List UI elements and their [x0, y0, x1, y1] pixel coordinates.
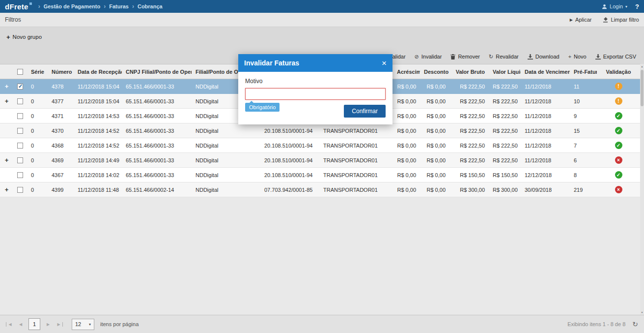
- cell: R$ 222,50: [489, 153, 521, 168]
- cell: R$ 222,50: [449, 153, 489, 168]
- cell: 4369: [48, 153, 74, 168]
- close-icon[interactable]: ×: [382, 59, 387, 67]
- row-checkbox[interactable]: [17, 128, 23, 134]
- column-header-s-rie[interactable]: Série: [27, 64, 48, 79]
- table-row[interactable]: +0439911/12/2018 11:4865.151.466/0002-14…: [0, 182, 640, 197]
- cell: NDDigital: [192, 123, 260, 138]
- last-page-button[interactable]: ▶: [56, 322, 63, 327]
- scroll-up-icon[interactable]: ▲: [640, 64, 644, 69]
- column-header-valor-l-quido[interactable]: Valor Líquido: [489, 64, 521, 79]
- scrollbar-thumb[interactable]: [641, 70, 644, 106]
- column-header-cnpj-filial-ponto-de-opera-o[interactable]: CNPJ Filial/Ponto de Operação: [122, 64, 192, 79]
- chevron-down-icon: ▾: [89, 322, 91, 327]
- cell: 0: [27, 94, 48, 109]
- pagination-bar: ◀ ◀ 1 ▶ ▶ 12 ▾ itens por página Exibindo…: [0, 315, 644, 333]
- scroll-down-icon[interactable]: ▼: [640, 310, 644, 315]
- column-header-pr-fatura[interactable]: Pré-Fatura: [570, 64, 597, 79]
- row-checkbox[interactable]: [17, 157, 23, 163]
- login-menu[interactable]: Login ▾: [602, 3, 627, 9]
- column-header-data-de-vencimento[interactable]: Data de Vencimento: [521, 64, 570, 79]
- validation-warning-icon: !: [615, 83, 622, 90]
- first-page-button[interactable]: ◀: [6, 322, 13, 327]
- breadcrumb-item[interactable]: Cobrança: [138, 3, 163, 9]
- apply-filter-button[interactable]: ▶ Aplicar: [570, 17, 592, 23]
- confirm-button[interactable]: Confirmar: [344, 105, 386, 118]
- cell: R$ 0,00: [420, 153, 449, 168]
- cell: 11/12/2018: [521, 153, 570, 168]
- breadcrumb-item[interactable]: Faturas: [109, 3, 129, 9]
- cell: 10: [570, 94, 597, 109]
- row-checkbox[interactable]: [17, 84, 23, 90]
- modal-title: Invalidar Faturas: [244, 59, 299, 67]
- cell: 0: [27, 79, 48, 94]
- row-checkbox[interactable]: [17, 113, 23, 119]
- remover-button[interactable]: Remover: [450, 54, 480, 60]
- vertical-scrollbar[interactable]: ▲ ▼: [640, 64, 644, 315]
- validation-invalid-icon: ×: [615, 186, 622, 193]
- revalidar-button[interactable]: ↻Revalidar: [489, 54, 519, 60]
- expand-cell: [0, 123, 13, 138]
- select-all-checkbox[interactable]: [17, 69, 23, 75]
- refresh-icon[interactable]: ↻: [632, 320, 638, 328]
- table-row[interactable]: 0437011/12/2018 14:5265.151.466/0001-33N…: [0, 123, 640, 138]
- novo-button[interactable]: +Novo: [568, 54, 587, 60]
- page-size-select[interactable]: 12 ▾: [72, 319, 94, 330]
- cell: R$ 222,50: [449, 79, 489, 94]
- revalidate-icon: ↻: [489, 54, 493, 60]
- exportar-csv-button[interactable]: Exportar CSV: [595, 54, 636, 60]
- modal-body: Motivo Obrigatório Confirmar: [238, 72, 392, 124]
- cell: NDDigital: [192, 182, 260, 197]
- column-header-n-mero[interactable]: Número: [48, 64, 74, 79]
- cell: 8: [570, 168, 597, 182]
- previous-page-button[interactable]: ◀: [17, 322, 25, 327]
- column-header-desconto[interactable]: Desconto: [420, 64, 449, 79]
- filters-panel: Filtros ▶ Aplicar Limpar filtro: [0, 13, 644, 27]
- cell: R$ 222,50: [449, 138, 489, 153]
- column-header-valida-o[interactable]: Validação: [597, 64, 640, 79]
- motivo-input[interactable]: [245, 88, 386, 100]
- clear-filter-button[interactable]: Limpar filtro: [603, 17, 639, 23]
- modal-actions: Obrigatório Confirmar: [245, 100, 386, 118]
- cell: 11/12/2018 14:02: [74, 168, 122, 182]
- cell: 11/12/2018 14:49: [74, 153, 122, 168]
- app-logo[interactable]: dFrete: [5, 2, 28, 11]
- cell: 11/12/2018 11:48: [74, 182, 122, 197]
- invalidar-button[interactable]: ⊘Invalidar: [415, 54, 442, 60]
- expand-row-button[interactable]: +: [0, 94, 13, 109]
- table-row[interactable]: 0436711/12/2018 14:0265.151.466/0001-33N…: [0, 168, 640, 182]
- expand-row-button[interactable]: +: [0, 153, 13, 168]
- cell: 65.151.466/0001-33: [122, 79, 192, 94]
- cell: 11/12/2018: [521, 138, 570, 153]
- cell: 20.108.510/0001-94: [260, 138, 319, 153]
- remove-icon: [450, 54, 455, 60]
- cell: R$ 0,00: [420, 123, 449, 138]
- download-button[interactable]: Download: [528, 54, 560, 60]
- expand-row-button[interactable]: +: [0, 182, 13, 197]
- download-icon: [528, 54, 533, 60]
- help-icon[interactable]: ?: [635, 3, 639, 10]
- table-row[interactable]: 0436811/12/2018 14:5265.151.466/0001-33N…: [0, 138, 640, 153]
- new-group-button[interactable]: + Novo grupo: [6, 33, 42, 41]
- row-checkbox[interactable]: [17, 143, 23, 149]
- expand-row-button[interactable]: +: [0, 79, 13, 94]
- row-checkbox[interactable]: [17, 172, 23, 178]
- column-header-acr-scimo[interactable]: Acréscimo: [393, 64, 420, 79]
- validation-valid-icon: ✓: [615, 112, 622, 120]
- cell: NDDigital: [192, 138, 260, 153]
- column-header-data-de-recep-o[interactable]: Data de Recepção ↓: [74, 64, 122, 79]
- column-header-valor-bruto[interactable]: Valor Bruto: [449, 64, 489, 79]
- current-page-button[interactable]: 1: [28, 318, 40, 330]
- cell: 11/12/2018 15:04: [74, 79, 122, 94]
- cell: NDDigital: [192, 153, 260, 168]
- table-row[interactable]: +0436911/12/2018 14:4965.151.466/0001-33…: [0, 153, 640, 168]
- next-page-button[interactable]: ▶: [44, 322, 52, 327]
- cell: R$ 222,50: [449, 94, 489, 109]
- breadcrumb-item[interactable]: Gestão de Pagamento: [44, 3, 101, 9]
- cell: 65.151.466/0001-33: [122, 153, 192, 168]
- row-checkbox[interactable]: [17, 98, 23, 104]
- cell: R$ 0,00: [393, 168, 420, 182]
- row-checkbox[interactable]: [17, 187, 23, 193]
- cell: 4367: [48, 168, 74, 182]
- cell: 4368: [48, 138, 74, 153]
- cell: 0: [27, 168, 48, 182]
